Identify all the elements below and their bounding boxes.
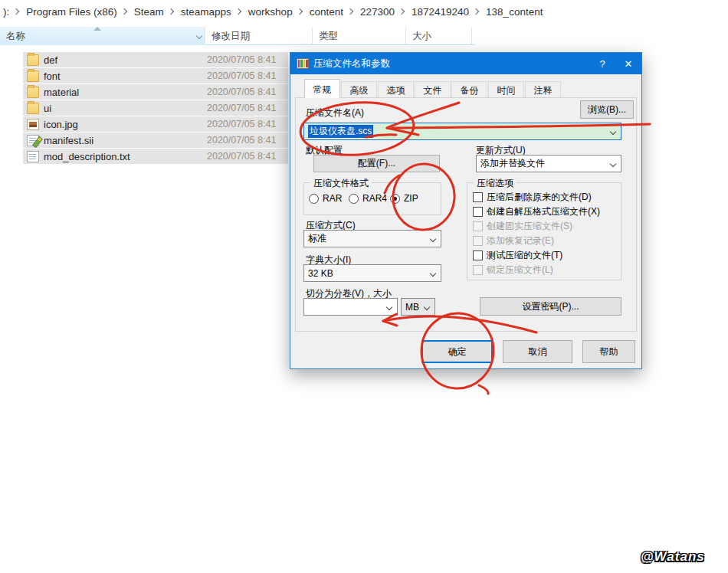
radio-rar4[interactable]: RAR4 [349, 193, 387, 204]
checkbox-icon [473, 265, 483, 275]
checkbox-label: 添加恢复记录(E) [487, 234, 554, 247]
radio-rar[interactable]: RAR [309, 193, 342, 204]
file-row-font[interactable]: font 2020/07/05 8:41 [23, 68, 288, 83]
breadcrumb-item[interactable]: workshop [245, 6, 296, 18]
checkbox-label: 创建自解压格式压缩文件(X) [487, 205, 600, 218]
tab-advanced[interactable]: 高级 [341, 81, 377, 98]
file-date: 2020/07/05 8:41 [207, 70, 276, 81]
chevron-down-icon[interactable] [424, 304, 430, 310]
column-header-name[interactable]: 名称 [0, 27, 205, 45]
folder-icon [27, 70, 39, 82]
column-header-name-label: 名称 [6, 31, 25, 41]
radio-zip[interactable]: ZIP [390, 193, 418, 204]
checkbox-create-sfx[interactable]: 创建自解压格式压缩文件(X) [473, 205, 600, 218]
sort-ascending-icon [93, 27, 101, 31]
chevron-down-icon[interactable] [386, 304, 392, 310]
file-date: 2020/07/05 8:41 [207, 87, 276, 97]
radio-label: RAR [323, 193, 342, 204]
archive-name-combobox[interactable]: 垃圾仪表盘.scs [303, 123, 621, 140]
column-header-size[interactable]: 大小 [406, 27, 472, 45]
file-row-manifest-sii[interactable]: manifest.sii 2020/07/05 8:41 [23, 133, 288, 148]
compression-method-value: 标准 [308, 232, 326, 245]
file-row-def[interactable]: def 2020/07/05 8:41 [23, 52, 288, 67]
help-button[interactable]: 帮助 [582, 340, 635, 363]
chevron-right-icon [13, 8, 19, 15]
tab-backup[interactable]: 备份 [451, 81, 487, 98]
archive-name-label: 压缩文件名(A) [306, 106, 364, 120]
image-file-icon [27, 119, 39, 130]
breadcrumb-item[interactable]: Steam [131, 6, 167, 18]
radio-icon [309, 194, 319, 204]
breadcrumb-item[interactable]: 138_content [483, 6, 546, 18]
column-header-date-label: 修改日期 [212, 31, 250, 41]
annotation-ok-tail [479, 385, 488, 394]
checkbox-delete-files[interactable]: 压缩后删除原来的文件(D) [473, 191, 592, 204]
checkbox-lock-archive: 锁定压缩文件(L) [473, 264, 553, 277]
compression-options-group-label: 压缩选项 [474, 177, 516, 190]
compression-method-combobox[interactable]: 标准 [303, 230, 441, 247]
ok-button[interactable]: 确定 [421, 340, 493, 363]
dictionary-size-combobox[interactable]: 32 KB [303, 264, 441, 282]
breadcrumb-item[interactable]: Program Files (x86) [23, 6, 120, 18]
dialog-titlebar[interactable]: 压缩文件名和参数 ? ✕ [290, 53, 641, 74]
file-row-ui[interactable]: ui 2020/07/05 8:41 [23, 100, 288, 116]
tab-general[interactable]: 常规 [304, 79, 340, 98]
file-name: font [44, 70, 61, 82]
column-header-date[interactable]: 修改日期 [205, 27, 313, 45]
split-volumes-combobox[interactable] [303, 298, 398, 316]
chevron-right-icon [347, 8, 353, 15]
chevron-down-icon[interactable] [610, 129, 616, 135]
checkbox-icon [473, 192, 483, 202]
folder-icon [27, 54, 39, 66]
checkbox-icon [473, 207, 483, 217]
checkbox-test-files[interactable]: 测试压缩的文件(T) [473, 249, 562, 262]
tab-time[interactable]: 时间 [488, 81, 524, 98]
file-date: 2020/07/05 8:41 [207, 103, 276, 113]
dialog-title: 压缩文件名和参数 [313, 57, 390, 70]
file-date: 2020/07/05 8:41 [207, 135, 276, 146]
radio-label: ZIP [404, 193, 418, 204]
checkbox-icon [473, 250, 483, 260]
archive-format-group: 压缩文件格式 RAR RAR4 ZIP [303, 182, 441, 215]
file-name: ui [44, 103, 51, 114]
chevron-right-icon [121, 8, 127, 15]
file-name: icon.jpg [44, 119, 78, 130]
chevron-down-icon[interactable] [430, 270, 436, 277]
chevron-right-icon [235, 8, 241, 15]
file-name: material [44, 87, 79, 98]
file-row-material[interactable]: material 2020/07/05 8:41 [23, 84, 288, 100]
tab-options[interactable]: 选项 [378, 81, 414, 98]
file-row-icon-jpg[interactable]: icon.jpg 2020/07/05 8:41 [23, 116, 288, 132]
close-icon[interactable]: ✕ [615, 53, 641, 74]
checkbox-recovery-record: 添加恢复记录(E) [473, 234, 554, 247]
text-file-icon [27, 151, 39, 162]
file-name: manifest.sii [44, 135, 93, 146]
radio-label: RAR4 [362, 193, 387, 204]
checkbox-label: 测试压缩的文件(T) [487, 249, 562, 262]
volume-unit-combobox[interactable]: MB [401, 298, 435, 316]
column-filter-chevron-icon[interactable] [196, 33, 202, 39]
browse-button[interactable]: 浏览(B)... [580, 100, 634, 119]
breadcrumb-item[interactable]: content [307, 6, 346, 18]
breadcrumb-item[interactable]: steamapps [178, 6, 234, 18]
breadcrumb-item[interactable]: 1872419240 [408, 6, 472, 18]
column-header-type[interactable]: 类型 [313, 27, 406, 45]
tab-files[interactable]: 文件 [415, 81, 451, 98]
profiles-button[interactable]: 配置(F)... [313, 155, 440, 172]
tab-comment[interactable]: 注释 [525, 81, 561, 98]
help-titlebar-button[interactable]: ? [589, 53, 615, 74]
chevron-down-icon[interactable] [430, 236, 436, 242]
cancel-button[interactable]: 取消 [503, 340, 572, 363]
dictionary-size-value: 32 KB [308, 268, 333, 279]
chevron-right-icon [473, 8, 479, 15]
file-row-mod-description[interactable]: mod_description.txt 2020/07/05 8:41 [23, 149, 288, 164]
archive-format-group-label: 压缩文件格式 [310, 177, 372, 190]
chevron-down-icon[interactable] [610, 161, 616, 167]
breadcrumb-item[interactable]: 227300 [357, 6, 398, 18]
update-mode-combobox[interactable]: 添加并替换文件 [476, 155, 621, 172]
folder-icon [27, 87, 39, 98]
column-header-size-label: 大小 [412, 31, 431, 41]
checkbox-icon [473, 236, 483, 246]
folder-icon [27, 103, 39, 114]
set-password-button[interactable]: 设置密码(P)... [480, 297, 621, 316]
